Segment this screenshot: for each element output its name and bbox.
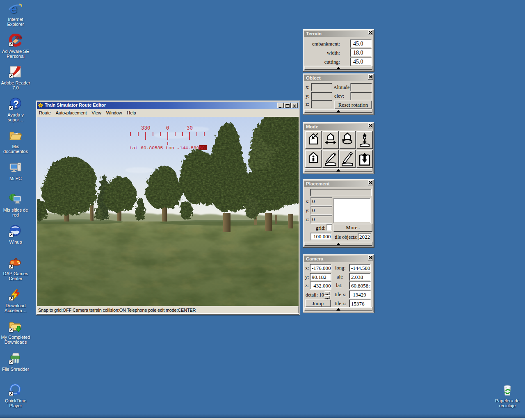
svg-text:?: ? [13,99,19,110]
svg-text:0: 0 [166,126,169,131]
svg-text:se: se [15,34,22,40]
svg-text:30: 30 [187,126,193,131]
svg-text:e: e [10,2,17,16]
svg-text:Lat 60.80585 Lon -144.58068: Lat 60.80585 Lon -144.58068 [130,146,205,151]
svg-text:330: 330 [141,126,151,131]
